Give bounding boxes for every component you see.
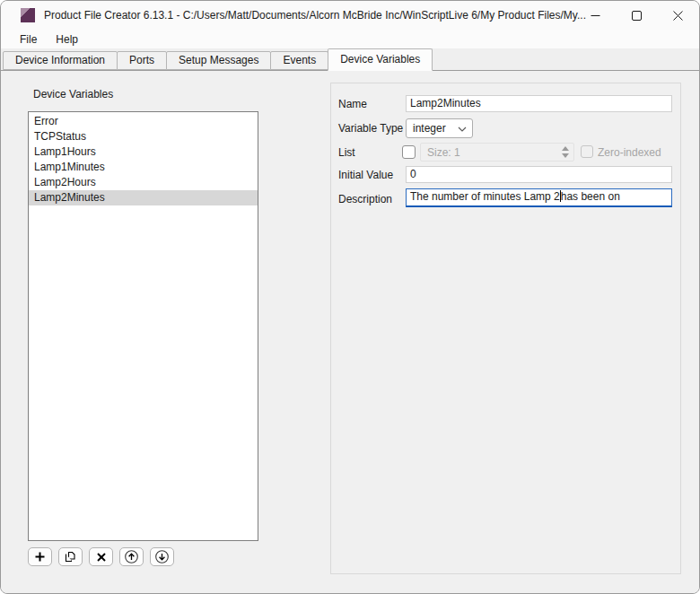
variable-details-panel: Name Lamp2Minutes Variable Type integer … xyxy=(330,83,681,574)
duplicate-icon xyxy=(65,551,76,563)
description-input[interactable]: The number of minutes Lamp 2has been on xyxy=(406,188,672,207)
name-input[interactable]: Lamp2Minutes xyxy=(406,95,672,112)
spin-up-icon xyxy=(562,146,569,151)
description-text-before-cursor: The number of minutes Lamp 2 xyxy=(410,190,560,203)
delete-icon xyxy=(97,553,106,562)
list-item-selected[interactable]: Lamp2Minutes xyxy=(29,190,258,205)
variable-type-label: Variable Type xyxy=(338,119,403,137)
tab-ports[interactable]: Ports xyxy=(117,51,167,70)
tab-bar: Device Information Ports Setup Messages … xyxy=(1,48,699,71)
maximize-button[interactable] xyxy=(616,1,657,30)
chevron-down-icon xyxy=(458,127,467,132)
description-text-after-cursor: has been on xyxy=(561,190,620,203)
duplicate-variable-button[interactable] xyxy=(58,547,83,566)
title-bar: Product File Creator 6.13.1 - C:/Users/M… xyxy=(1,1,699,30)
name-label: Name xyxy=(338,95,367,113)
device-variables-pane: Device Variables Error TCPStatus Lamp1Ho… xyxy=(1,71,699,594)
zero-indexed-label: Zero-indexed xyxy=(598,144,661,162)
maximize-icon xyxy=(632,11,642,21)
zero-indexed-checkbox[interactable] xyxy=(581,145,593,158)
move-down-button[interactable] xyxy=(150,547,174,566)
move-up-button[interactable] xyxy=(119,547,144,566)
size-spinbox[interactable]: Size: 1 xyxy=(420,143,574,162)
list-item[interactable]: TCPStatus xyxy=(29,129,258,144)
list-item[interactable]: Error xyxy=(29,114,258,129)
close-button[interactable] xyxy=(657,1,698,30)
move-down-icon xyxy=(155,550,169,563)
list-item[interactable]: Lamp1Hours xyxy=(29,144,258,160)
add-variable-button[interactable] xyxy=(28,547,52,566)
menu-bar: File Help xyxy=(1,30,699,48)
tab-device-variables[interactable]: Device Variables xyxy=(328,48,433,71)
delete-variable-button[interactable] xyxy=(89,547,113,566)
tab-device-information[interactable]: Device Information xyxy=(3,51,118,70)
variable-type-select[interactable]: integer xyxy=(406,118,473,138)
window-controls xyxy=(574,1,698,30)
list-label: List xyxy=(338,144,355,162)
description-label: Description xyxy=(338,190,392,208)
variable-type-value: integer xyxy=(413,122,446,135)
window-title: Product File Creator 6.13.1 - C:/Users/M… xyxy=(44,9,586,22)
add-icon xyxy=(35,552,45,562)
tab-setup-messages[interactable]: Setup Messages xyxy=(166,51,271,70)
app-window: Product File Creator 6.13.1 - C:/Users/M… xyxy=(0,0,700,594)
list-toolbar xyxy=(28,547,174,566)
menu-file[interactable]: File xyxy=(15,33,41,46)
move-up-icon xyxy=(125,550,138,563)
initial-value-input[interactable]: 0 xyxy=(406,166,672,183)
minimize-button[interactable] xyxy=(574,1,616,30)
list-item[interactable]: Lamp2Hours xyxy=(29,175,258,190)
app-logo-icon xyxy=(21,8,35,22)
list-item[interactable]: Lamp1Minutes xyxy=(29,160,258,175)
size-value: Size: 1 xyxy=(427,146,460,159)
minimize-icon xyxy=(591,11,600,21)
device-variables-list-label: Device Variables xyxy=(33,88,113,100)
spinner-arrows[interactable] xyxy=(561,146,570,158)
device-variables-list[interactable]: Error TCPStatus Lamp1Hours Lamp1Minutes … xyxy=(28,111,258,541)
menu-help[interactable]: Help xyxy=(51,33,83,46)
close-icon xyxy=(673,11,683,21)
list-checkbox[interactable] xyxy=(402,145,416,159)
spin-down-icon xyxy=(562,153,569,158)
tab-events[interactable]: Events xyxy=(270,51,328,70)
initial-value-label: Initial Value xyxy=(338,166,393,184)
